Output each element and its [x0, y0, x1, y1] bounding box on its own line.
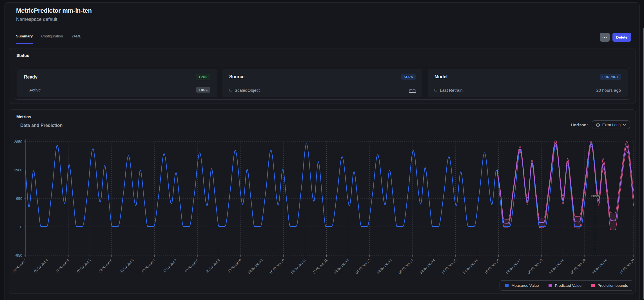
svg-text:12:00 Jan 3: 12:00 Jan 3	[12, 258, 27, 273]
measured-swatch-icon	[505, 284, 509, 287]
horizon-label: Horizon:	[571, 122, 588, 127]
svg-text:950: 950	[16, 196, 22, 201]
svg-text:14:00 Jan 15: 14:00 Jan 15	[441, 258, 457, 275]
scaledobject-link[interactable]: mm	[409, 88, 416, 92]
svg-text:09:30 Jan 17: 09:30 Jan 17	[505, 258, 522, 275]
page-subtitle: Namespace default	[16, 17, 57, 22]
main-container: MetricPredictor mm-in-ten Namespace defa…	[5, 2, 640, 300]
svg-text:13:30 Jan 12: 13:30 Jan 12	[333, 258, 350, 275]
svg-text:02:30 Jan 4: 02:30 Jan 4	[33, 258, 48, 273]
svg-text:0: 0	[20, 225, 22, 229]
svg-text:08:30 Jan 11: 08:30 Jan 11	[290, 258, 307, 275]
model-badge: PROPHET	[600, 74, 621, 80]
legend-item-measured[interactable]: Measured Value	[505, 283, 539, 288]
legend-item-predicted[interactable]: Predicted Value	[549, 283, 581, 288]
clock-icon	[596, 123, 600, 127]
svg-text:-950: -950	[15, 253, 22, 258]
header-actions: ··· Delete	[600, 33, 631, 42]
svg-text:14:00 Jan 20: 14:00 Jan 20	[619, 258, 635, 275]
page-title: MetricPredictor mm-in-ten	[16, 7, 92, 14]
tabs-row: Summary Configuration YAML ··· Delete	[10, 34, 635, 44]
chevron-down-icon	[623, 124, 626, 126]
sub-item-corner-icon	[434, 89, 437, 91]
svg-text:04:30 Jan 16: 04:30 Jan 16	[462, 258, 479, 275]
legend-label: Measured Value	[511, 283, 539, 288]
metrics-card: Metrics Data and Prediction Horizon: Ext…	[9, 109, 636, 294]
svg-text:1900: 1900	[14, 168, 22, 172]
svg-text:23:00 Jan 11: 23:00 Jan 11	[312, 258, 328, 275]
sub-item-corner-icon	[24, 89, 26, 91]
sub-item-corner-icon	[229, 89, 232, 91]
status-card: Status Ready TRUE Active TRUE Source	[9, 48, 636, 104]
status-inner: Ready TRUE Active TRUE Source KEDA	[15, 67, 630, 100]
svg-text:Now: Now	[591, 194, 599, 198]
source-title: Source	[229, 74, 244, 79]
divider	[220, 70, 220, 96]
svg-text:2850: 2850	[14, 140, 22, 144]
svg-text:00:00 Jan 18: 00:00 Jan 18	[527, 258, 543, 275]
svg-text:12:30 Jan 6: 12:30 Jan 6	[119, 258, 135, 273]
chart-title: Data and Prediction	[20, 123, 63, 128]
source-sub-label: ScaledObject	[235, 88, 260, 93]
horizon-value: Extra Long	[602, 123, 621, 127]
svg-text:09:00 Jan 14: 09:00 Jan 14	[398, 258, 414, 275]
horizon-dropdown[interactable]: Extra Long	[592, 120, 630, 129]
status-cell-source: Source KEDA ScaledObject mm	[222, 69, 422, 97]
predicted-swatch-icon	[549, 284, 552, 287]
status-heading: Status	[16, 53, 29, 58]
metrics-heading: Metrics	[16, 114, 31, 119]
source-badge: KEDA	[401, 74, 416, 80]
tab-yaml[interactable]: YAML	[72, 34, 81, 44]
svg-text:04:00 Jan 13: 04:00 Jan 13	[355, 258, 371, 275]
svg-text:19:30 Jan 19: 19:30 Jan 19	[591, 258, 608, 275]
svg-text:07:30 Jan 5: 07:30 Jan 5	[76, 258, 92, 273]
active-value-badge: TRUE	[196, 87, 210, 93]
horizon-control: Horizon: Extra Long	[571, 120, 630, 129]
last-retrain-value: 20 hours ago	[596, 88, 621, 93]
more-actions-button[interactable]: ···	[600, 33, 610, 42]
svg-text:18:00 Jan 10: 18:00 Jan 10	[269, 258, 285, 275]
legend-item-bounds[interactable]: Prediction bounds	[591, 283, 628, 288]
svg-text:05:00 Jan 19: 05:00 Jan 19	[570, 258, 586, 275]
ready-badge: TRUE	[196, 74, 210, 80]
status-cell-model: Model PROPHET Last Retrain 20 hours ago	[428, 69, 628, 97]
ready-sub-label: Active	[29, 88, 41, 92]
legend-label: Prediction bounds	[598, 283, 628, 288]
svg-text:18:30 Jan 13: 18:30 Jan 13	[376, 258, 393, 275]
tab-summary[interactable]: Summary	[16, 34, 33, 44]
metrics-chart: -95009501900285012:00 Jan 302:30 Jan 417…	[9, 133, 636, 286]
svg-text:17:00 Jan 4: 17:00 Jan 4	[55, 258, 70, 273]
model-sub-label: Last Retrain	[440, 88, 463, 93]
delete-button[interactable]: Delete	[612, 33, 631, 42]
svg-text:22:30 Jan 8: 22:30 Jan 8	[205, 258, 220, 273]
svg-text:14:30 Jan 18: 14:30 Jan 18	[548, 258, 565, 275]
status-cell-ready: Ready TRUE Active TRUE	[17, 69, 217, 97]
model-title: Model	[434, 74, 447, 79]
ready-title: Ready	[24, 75, 37, 80]
chart-legend: Measured Value Predicted Value Predictio…	[500, 280, 633, 291]
svg-text:08:00 Jan 8: 08:00 Jan 8	[184, 258, 199, 273]
legend-label: Predicted Value	[555, 283, 581, 288]
svg-text:23:30 Jan 14: 23:30 Jan 14	[419, 258, 436, 275]
svg-text:17:30 Jan 7: 17:30 Jan 7	[162, 258, 178, 273]
scrollbar[interactable]	[643, 28, 644, 299]
svg-text:13:00 Jan 9: 13:00 Jan 9	[227, 258, 242, 273]
svg-text:03:00 Jan 7: 03:00 Jan 7	[141, 258, 156, 273]
tab-configuration[interactable]: Configuration	[41, 34, 63, 44]
bounds-swatch-icon	[591, 284, 595, 287]
svg-text:03:30 Jan 10: 03:30 Jan 10	[247, 258, 264, 275]
divider	[425, 70, 425, 96]
svg-text:22:00 Jan 5: 22:00 Jan 5	[98, 258, 113, 273]
svg-text:19:00 Jan 16: 19:00 Jan 16	[484, 258, 500, 275]
